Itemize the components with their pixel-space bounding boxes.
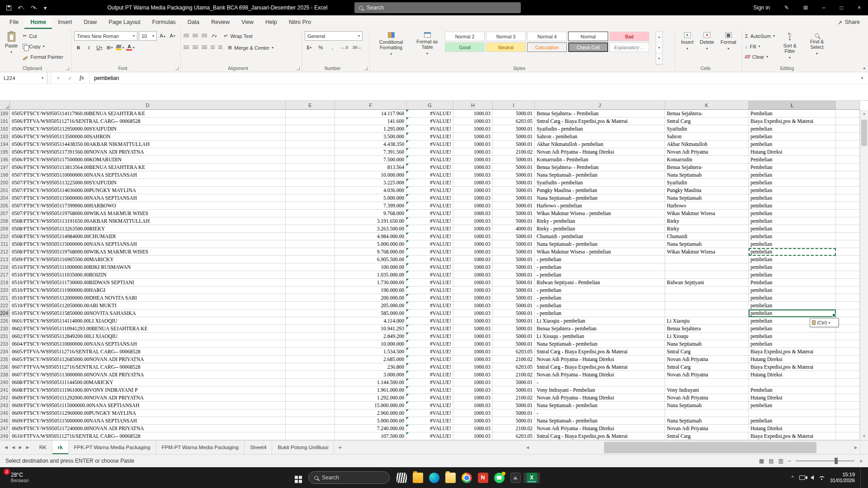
cell-H197[interactable]: 1000.03 [453,164,493,171]
cell-M226[interactable] [836,317,860,325]
cell-J230[interactable]: Benua Sejahtera - pembelian [535,325,665,333]
next-sheet-icon[interactable]: ▶ [19,445,22,450]
column-header-G[interactable]: G [406,101,453,110]
cell-M204[interactable] [836,194,860,202]
cell-K201[interactable]: Pungky Maulina [665,187,749,194]
cell-M191[interactable] [836,117,860,125]
cell-I233[interactable]: 5000.01 [493,340,535,348]
cell-I241[interactable]: 5000.01 [493,386,535,394]
cell-H222[interactable]: 1000.03 [453,302,493,310]
cell-style-normal-3[interactable]: Normal 3 [486,32,526,41]
fill-color-icon[interactable]: ▾ [116,43,124,52]
cell-L216[interactable]: pembelian [749,263,836,271]
cell-I194[interactable]: 5000.01 [493,141,535,148]
format-painter-button[interactable]: Format Painter [23,52,63,61]
cell-G231[interactable]: #VALUE! [406,333,453,340]
cell-M235[interactable] [836,356,860,363]
row-header-234[interactable]: 234 [0,348,10,356]
cell-K195[interactable]: Novan Adi Priyatna [665,148,749,156]
cell-L221[interactable]: pembelian [749,294,836,302]
bold-button[interactable]: B [74,43,83,52]
clear-button[interactable]: Clear▾ [745,52,775,61]
cell-L241[interactable]: Pembelian [749,386,836,394]
cell-style-bad[interactable]: Bad [609,32,649,41]
autosum-button[interactable]: ΣAutoSum▾ [745,31,775,41]
expand-formula-bar-icon[interactable]: ▼ [856,72,868,84]
cell-F240[interactable]: 1.144.500.00 [335,379,406,386]
ribbon-tab-home[interactable]: Home [24,15,52,29]
cell-style-normal-2[interactable]: Normal 2 [445,32,485,41]
cell-F245[interactable]: 2.960.000.00 [335,409,406,417]
cell-F216[interactable]: 100.000.00 [335,263,406,271]
cell-J224[interactable]: - pembelian [535,310,665,317]
cell-J234[interactable]: Sntral Carg - Biaya Expedisi,pos & Mater… [535,348,665,356]
cell-J212[interactable]: Wikas Makmur Wisesa - pembelian [535,248,665,256]
cell-E242[interactable] [286,394,335,402]
paste-options-button[interactable]: (Ctrl) ▾ [810,318,839,327]
cell-G205[interactable]: #VALUE! [406,202,453,210]
cell-K210[interactable]: Chumaidi [665,233,749,240]
cell-F236[interactable]: 236.800 [335,363,406,371]
cell-F246[interactable]: 5.000.000.00 [335,417,406,425]
row-header-246[interactable]: 246 [0,417,10,425]
cell-D195[interactable]: 0506/FTSCY/WS9505117391560.00NOVAN ADI P… [10,148,286,156]
cell-I247[interactable]: 2100.02 [493,425,535,432]
cell-H210[interactable]: 1000.03 [453,233,493,240]
cell-F217[interactable]: 1.035.000.00 [335,271,406,279]
row-header-194[interactable]: 194 [0,141,10,148]
cell-M212[interactable] [836,248,860,256]
cell-F194[interactable]: 4.438.350 [335,141,406,148]
vertical-scrollbar[interactable]: ▲ ▼ [860,110,868,440]
cell-K234[interactable]: Sntral Carg [665,348,749,356]
cell-I235[interactable]: 2100.02 [493,356,535,363]
cell-H242[interactable]: 1000.03 [453,394,493,402]
cell-I224[interactable]: 5000.01 [493,310,535,317]
cell-G195[interactable]: #VALUE! [406,148,453,156]
cell-L222[interactable]: pembelian [749,302,836,310]
cell-M230[interactable] [836,325,860,333]
cell-H236[interactable]: 1000.03 [453,363,493,371]
cell-I209[interactable]: 4000.01 [493,225,535,233]
cell-E191[interactable] [286,117,335,125]
font-family-select[interactable]: Times New Roman▾ [74,31,137,41]
row-header-238[interactable]: 238 [0,371,10,379]
row-header-209[interactable]: 209 [0,225,10,233]
row-header-245[interactable]: 245 [0,409,10,417]
cell-F222[interactable]: 205.000.00 [335,302,406,310]
cell-D240[interactable]: 0608/FTSCY/WS9505111144500.00MARICKY [10,379,286,386]
cell-J205[interactable]: Harbowo - pembelian [535,202,665,210]
horizontal-scrollbar[interactable]: ◀ ▶ [524,441,860,454]
gallery-more-icon[interactable]: ▼ [656,53,662,64]
cell-G233[interactable]: #VALUE! [406,340,453,348]
fill-button[interactable]: ↓Fill▾ [745,42,775,51]
cell-J246[interactable]: Nana Septiansah - pembelian [535,417,665,425]
cell-K208[interactable]: Rieky [665,217,749,225]
cell-G221[interactable]: #VALUE! [406,294,453,302]
formula-input[interactable]: pembelian [90,72,856,84]
row-header-247[interactable]: 247 [0,425,10,432]
cell-G247[interactable]: #VALUE! [406,425,453,432]
cell-M200[interactable] [836,179,860,187]
cell-F247[interactable]: 7.240.000.00 [335,425,406,432]
cell-H216[interactable]: 1000.03 [453,263,493,271]
cell-D217[interactable]: 0510/FTSCY/WS9505111035000.00ROIZIN [10,271,286,279]
column-header-J[interactable]: J [535,101,665,110]
font-color-icon[interactable]: A▾ [126,43,135,52]
cell-J220[interactable]: - pembelian [535,286,665,294]
cell-H207[interactable]: 1000.03 [453,210,493,217]
cell-I243[interactable]: 5000.01 [493,402,535,409]
horizontal-scroll-thumb[interactable] [604,442,816,453]
taskbar-nitro-icon[interactable]: N [475,473,491,483]
cell-J193[interactable]: Sahron - pembelian [535,133,665,141]
cell-J189[interactable]: Benua Sejahtera- - Pembelian [535,110,665,117]
cell-L209[interactable]: pembelian [749,225,836,233]
cell-E221[interactable] [286,294,335,302]
cell-E200[interactable] [286,179,335,187]
cell-M189[interactable] [836,110,860,117]
cell-L247[interactable]: Hutang Direksi [749,425,836,432]
ribbon-tab-insert[interactable]: Insert [52,15,78,29]
cell-H193[interactable]: 1000.03 [453,133,493,141]
cell-K238[interactable]: Novan Adi Priyatna [665,371,749,379]
cell-F249[interactable]: 107.500.00 [335,432,406,440]
cell-E231[interactable] [286,333,335,340]
